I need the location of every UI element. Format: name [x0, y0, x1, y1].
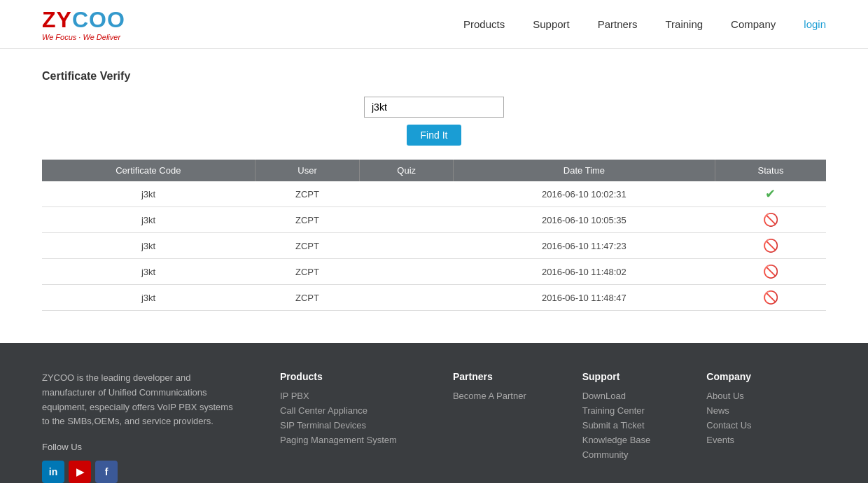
footer-news[interactable]: News: [706, 405, 751, 416]
header: ZYCOO We Focus · We Deliver Products Sup…: [0, 0, 868, 49]
cell-code: j3kt: [42, 181, 255, 207]
footer-products-title: Products: [280, 371, 397, 382]
nav-training[interactable]: Training: [665, 18, 703, 30]
social-icons: in ▶ f: [42, 461, 238, 483]
footer-col-products: Products IP PBX Call Center Appliance SI…: [280, 371, 397, 483]
table-body: j3ktZCPT2016-06-10 10:02:31✔j3ktZCPT2016…: [42, 181, 826, 311]
footer-knowledge-base[interactable]: Knowledge Base: [582, 435, 651, 445]
footer-submit-ticket[interactable]: Submit a Ticket: [582, 420, 651, 430]
footer-about-us[interactable]: About Us: [706, 391, 751, 401]
table-row: j3ktZCPT2016-06-10 10:05:35🚫: [42, 207, 826, 233]
footer-sip-terminal[interactable]: SIP Terminal Devices: [280, 420, 397, 430]
footer-about: ZYCOO is the leading developer and manuf…: [42, 371, 238, 483]
main-nav: Products Support Partners Training Compa…: [463, 18, 826, 30]
cell-user: ZCPT: [255, 285, 360, 311]
cell-datetime: 2016-06-10 11:47:23: [454, 233, 715, 259]
footer-partners-title: Partners: [453, 371, 526, 382]
col-datetime: Date Time: [454, 160, 715, 181]
cell-quiz: [360, 207, 454, 233]
logo-oo: OO: [89, 7, 125, 32]
footer-ippbx[interactable]: IP PBX: [280, 391, 397, 401]
status-fail-icon: 🚫: [763, 213, 778, 227]
footer-col-company: Company About Us News Contact Us Events: [706, 371, 751, 483]
nav-company[interactable]: Company: [731, 18, 776, 30]
col-user: User: [255, 160, 360, 181]
footer-col-support: Support DownLoad Training Center Submit …: [582, 371, 651, 483]
cell-status: 🚫: [715, 233, 826, 259]
linkedin-icon[interactable]: in: [42, 461, 64, 483]
col-quiz: Quiz: [360, 160, 454, 181]
footer: ZYCOO is the leading developer and manuf…: [0, 343, 868, 483]
cell-code: j3kt: [42, 259, 255, 285]
footer-contact-us[interactable]: Contact Us: [706, 420, 751, 430]
logo-text: ZYCOO: [42, 7, 125, 33]
footer-columns: Products IP PBX Call Center Appliance SI…: [280, 371, 826, 483]
facebook-icon[interactable]: f: [95, 461, 118, 483]
cell-code: j3kt: [42, 285, 255, 311]
cell-status: ✔: [715, 181, 826, 207]
nav-partners[interactable]: Partners: [598, 18, 638, 30]
youtube-icon[interactable]: ▶: [69, 461, 91, 483]
footer-call-center[interactable]: Call Center Appliance: [280, 405, 397, 416]
page-title: Certificate Verify: [42, 70, 826, 83]
cell-datetime: 2016-06-10 10:05:35: [454, 207, 715, 233]
cell-quiz: [360, 285, 454, 311]
logo-y: Y: [57, 7, 72, 32]
cell-quiz: [360, 181, 454, 207]
footer-top: ZYCOO is the leading developer and manuf…: [42, 371, 826, 483]
logo-c: C: [72, 7, 89, 32]
footer-paging[interactable]: Paging Management System: [280, 435, 397, 445]
cell-code: j3kt: [42, 233, 255, 259]
cell-datetime: 2016-06-10 11:48:47: [454, 285, 715, 311]
footer-download[interactable]: DownLoad: [582, 391, 651, 401]
search-area: Find It: [42, 97, 826, 146]
cell-quiz: [360, 233, 454, 259]
cell-user: ZCPT: [255, 181, 360, 207]
cell-user: ZCPT: [255, 207, 360, 233]
table-row: j3ktZCPT2016-06-10 11:47:23🚫: [42, 233, 826, 259]
logo-tagline: We Focus · We Deliver: [42, 33, 120, 41]
cell-status: 🚫: [715, 259, 826, 285]
find-button[interactable]: Find It: [407, 125, 462, 146]
cell-code: j3kt: [42, 207, 255, 233]
cell-user: ZCPT: [255, 233, 360, 259]
footer-become-partner[interactable]: Become A Partner: [453, 391, 526, 401]
status-fail-icon: 🚫: [763, 239, 778, 253]
logo-z: Z: [42, 7, 57, 32]
cell-status: 🚫: [715, 207, 826, 233]
footer-training-center[interactable]: Training Center: [582, 405, 651, 416]
certificate-table: Certificate Code User Quiz Date Time Sta…: [42, 160, 826, 311]
about-text: ZYCOO is the leading developer and manuf…: [42, 371, 238, 429]
cell-datetime: 2016-06-10 10:02:31: [454, 181, 715, 207]
footer-events[interactable]: Events: [706, 435, 751, 445]
nav-support[interactable]: Support: [533, 18, 570, 30]
nav-login[interactable]: login: [804, 18, 826, 30]
footer-community[interactable]: Community: [582, 449, 651, 460]
cell-datetime: 2016-06-10 11:48:02: [454, 259, 715, 285]
status-fail-icon: 🚫: [763, 290, 778, 304]
search-input[interactable]: [364, 97, 504, 118]
logo: ZYCOO We Focus · We Deliver: [42, 7, 125, 41]
nav-products[interactable]: Products: [463, 18, 505, 30]
footer-support-title: Support: [582, 371, 651, 382]
cell-quiz: [360, 259, 454, 285]
table-header: Certificate Code User Quiz Date Time Sta…: [42, 160, 826, 181]
table-row: j3ktZCPT2016-06-10 11:48:02🚫: [42, 259, 826, 285]
status-pass-icon: ✔: [765, 187, 776, 201]
cell-status: 🚫: [715, 285, 826, 311]
table-row: j3ktZCPT2016-06-10 10:02:31✔: [42, 181, 826, 207]
main-content: Certificate Verify Find It Certificate C…: [0, 49, 868, 343]
col-code: Certificate Code: [42, 160, 255, 181]
follow-us-label: Follow Us: [42, 440, 238, 455]
col-status: Status: [715, 160, 826, 181]
cell-user: ZCPT: [255, 259, 360, 285]
footer-company-title: Company: [706, 371, 751, 382]
table-row: j3ktZCPT2016-06-10 11:48:47🚫: [42, 285, 826, 311]
footer-col-partners: Partners Become A Partner: [453, 371, 526, 483]
status-fail-icon: 🚫: [763, 265, 778, 279]
